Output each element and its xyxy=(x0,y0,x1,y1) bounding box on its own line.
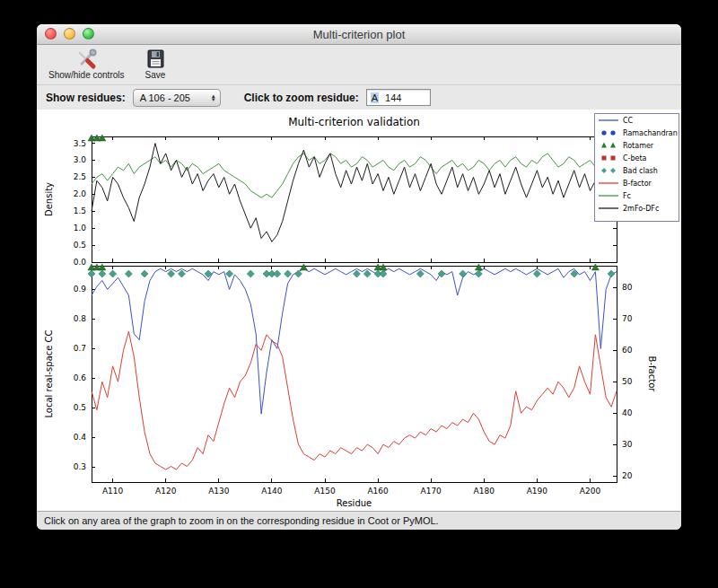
svg-text:Ramachandran: Ramachandran xyxy=(623,129,678,137)
show-hide-controls-label: Show/hide controls xyxy=(48,70,125,80)
window-controls xyxy=(45,28,94,39)
svg-text:A160: A160 xyxy=(367,487,389,496)
svg-text:Fc: Fc xyxy=(623,192,631,200)
svg-text:3.5: 3.5 xyxy=(74,139,86,148)
svg-text:C-beta: C-beta xyxy=(623,154,647,162)
svg-text:60: 60 xyxy=(622,346,633,355)
svg-text:B-factor: B-factor xyxy=(623,180,652,188)
svg-text:80: 80 xyxy=(622,283,633,292)
show-hide-controls-button[interactable]: Show/hide controls xyxy=(46,47,127,81)
show-residues-label: Show residues: xyxy=(46,92,126,104)
svg-text:3.0: 3.0 xyxy=(74,155,87,164)
svg-text:A170: A170 xyxy=(421,487,442,496)
svg-text:Residue: Residue xyxy=(337,498,372,508)
residue-range-value: A 106 - 205 xyxy=(140,92,190,103)
svg-text:Multi-criterion validation: Multi-criterion validation xyxy=(288,116,420,128)
svg-text:0.4: 0.4 xyxy=(74,433,87,442)
minimize-button[interactable] xyxy=(64,28,75,39)
zoom-residue-chain: A xyxy=(371,92,379,103)
tools-icon xyxy=(75,48,98,70)
svg-text:Density: Density xyxy=(44,182,54,216)
svg-text:0.5: 0.5 xyxy=(74,403,86,412)
svg-text:0.3: 0.3 xyxy=(74,462,86,471)
svg-text:0.6: 0.6 xyxy=(74,373,87,382)
toolbar: Show/hide controls Save xyxy=(37,45,681,84)
svg-text:1.0: 1.0 xyxy=(74,224,87,233)
save-icon xyxy=(144,48,167,70)
svg-text:0.9: 0.9 xyxy=(74,285,87,294)
svg-text:0.7: 0.7 xyxy=(74,344,86,353)
zoom-window-button[interactable] xyxy=(83,28,94,39)
title-bar[interactable]: Multi-criterion plot xyxy=(37,24,681,45)
zoom-residue-label: Click to zoom residue: xyxy=(244,92,359,104)
svg-text:B-factor: B-factor xyxy=(647,356,657,393)
svg-text:A130: A130 xyxy=(208,487,230,496)
multi-criterion-chart[interactable]: Multi-criterion validation0.00.51.01.52.… xyxy=(38,110,680,511)
svg-text:A200: A200 xyxy=(580,487,601,496)
status-text: Click on any area of the graph to zoom i… xyxy=(44,515,439,526)
zoom-residue-number: 144 xyxy=(385,92,401,103)
svg-text:1.5: 1.5 xyxy=(74,206,86,215)
svg-text:Local real-space CC: Local real-space CC xyxy=(44,329,54,417)
svg-text:30: 30 xyxy=(622,440,633,449)
svg-text:2mFo-DFc: 2mFo-DFc xyxy=(623,205,659,213)
close-button[interactable] xyxy=(45,28,57,39)
svg-text:2.5: 2.5 xyxy=(74,172,86,181)
svg-text:A140: A140 xyxy=(261,487,283,496)
svg-text:Rotamer: Rotamer xyxy=(623,142,654,150)
svg-text:0.5: 0.5 xyxy=(74,241,86,250)
svg-text:A110: A110 xyxy=(102,487,124,496)
controls-bar: Show residues: A 106 - 205 ▲▼ Click to z… xyxy=(37,84,681,110)
svg-text:CC: CC xyxy=(623,117,634,125)
status-bar: Click on any area of the graph to zoom i… xyxy=(37,511,681,530)
window-title: Multi-criterion plot xyxy=(313,28,406,41)
svg-text:50: 50 xyxy=(622,377,633,386)
svg-text:70: 70 xyxy=(622,314,633,323)
svg-text:2.0: 2.0 xyxy=(74,189,87,198)
svg-text:A120: A120 xyxy=(155,487,177,496)
zoom-residue-input[interactable]: A 144 xyxy=(366,89,431,106)
multi-criterion-plot-window: Multi-criterion plot Show/hide controls … xyxy=(37,24,681,530)
svg-text:Bad clash: Bad clash xyxy=(623,167,658,175)
svg-text:40: 40 xyxy=(622,408,633,417)
save-button[interactable]: Save xyxy=(142,47,170,81)
svg-text:0.0: 0.0 xyxy=(74,258,87,267)
svg-text:A190: A190 xyxy=(527,487,548,496)
plot-area: Multi-criterion validation0.00.51.01.52.… xyxy=(37,110,681,511)
residue-range-select[interactable]: A 106 - 205 ▲▼ xyxy=(133,89,221,107)
save-label: Save xyxy=(145,70,166,80)
svg-text:0.8: 0.8 xyxy=(74,314,87,323)
popup-arrows-icon: ▲▼ xyxy=(211,94,216,101)
svg-text:20: 20 xyxy=(622,471,633,480)
svg-text:A180: A180 xyxy=(474,487,495,496)
svg-text:A150: A150 xyxy=(314,487,336,496)
